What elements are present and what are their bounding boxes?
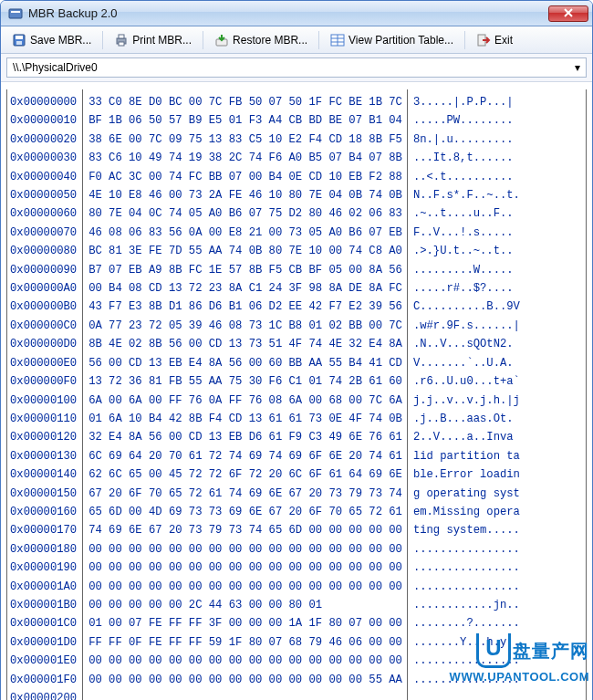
svg-rect-3 [16,36,23,39]
hex-offset-column: 0x00000000 0x00000010 0x00000020 0x00000… [7,89,83,700]
drive-selected-value: \\.\PhysicalDrive0 [13,61,98,74]
hex-bytes-column: 33 C0 8E D0 BC 00 7C FB 50 07 50 1F FC B… [83,89,408,700]
restore-icon [214,33,229,47]
svg-rect-7 [119,42,124,46]
watermark-url: WWW.UPANTOOL.COM [450,670,589,684]
restore-mbr-button[interactable]: Restore MBR... [209,30,313,50]
print-icon [114,33,129,47]
toolbar-separator [318,31,319,49]
toolbar: Save MBR... Print MBR... Restore MBR... … [1,26,592,54]
svg-rect-1 [11,11,20,13]
watermark-text: 盘量产网 [513,639,589,663]
close-button[interactable] [548,5,588,22]
toolbar-label: Save MBR... [30,34,91,47]
hex-ascii-column: 3.....|.P.P...| .....PW........ 8n.|.u..… [408,89,524,700]
toolbar-label: View Partition Table... [349,34,453,47]
toolbar-separator [203,31,203,49]
view-partition-button[interactable]: View Partition Table... [325,30,459,50]
hex-viewer: 0x00000000 0x00000010 0x00000020 0x00000… [1,82,592,700]
table-icon [330,33,345,47]
save-mbr-button[interactable]: Save MBR... [6,30,97,50]
svg-rect-0 [9,9,22,18]
drive-select-row: \\.\PhysicalDrive0 ▾ [1,54,592,82]
print-mbr-button[interactable]: Print MBR... [109,30,197,50]
toolbar-label: Print MBR... [132,34,192,47]
watermark: U 盘量产网 WWW.UPANTOOL.COM [450,633,589,684]
toolbar-label: Exit [494,34,513,47]
window-title: MBR Backup 2.0 [28,6,548,20]
exit-button[interactable]: Exit [471,30,518,50]
svg-rect-6 [119,35,124,38]
svg-rect-4 [16,41,22,45]
exit-icon [476,33,491,47]
chevron-down-icon: ▾ [575,61,580,74]
toolbar-label: Restore MBR... [233,34,307,47]
app-window: MBR Backup 2.0 Save MBR... Print MBR... [0,0,593,700]
drive-dropdown[interactable]: \\.\PhysicalDrive0 ▾ [6,57,587,78]
save-icon [12,33,26,47]
watermark-logo: U [476,633,511,668]
toolbar-separator [464,31,465,49]
app-icon [8,6,23,21]
toolbar-separator [102,31,103,49]
titlebar: MBR Backup 2.0 [1,1,592,26]
close-icon [564,8,573,19]
